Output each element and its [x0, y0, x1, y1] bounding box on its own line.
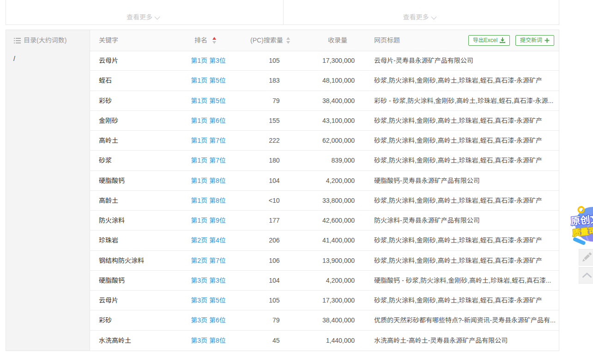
svg-text:质量可: 质量可 [572, 224, 593, 238]
